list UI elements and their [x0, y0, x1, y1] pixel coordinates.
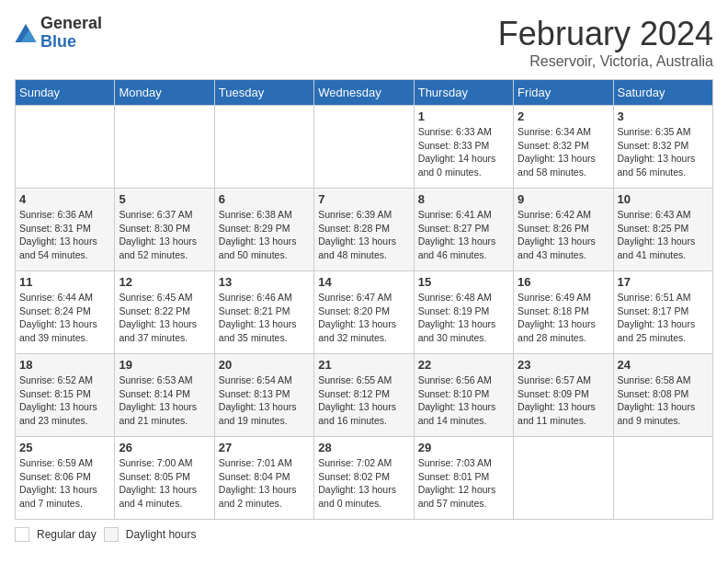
logo-icon	[15, 24, 37, 42]
day-info: Sunrise: 7:01 AMSunset: 8:04 PMDaylight:…	[219, 456, 310, 511]
day-number: 3	[618, 109, 709, 123]
day-info: Sunrise: 6:33 AMSunset: 8:33 PMDaylight:…	[418, 125, 509, 179]
day-info: Sunrise: 6:39 AMSunset: 8:28 PMDaylight:…	[318, 208, 409, 262]
calendar-cell	[613, 437, 712, 520]
calendar-cell: 14Sunrise: 6:47 AMSunset: 8:20 PMDayligh…	[314, 271, 414, 354]
calendar-cell: 20Sunrise: 6:54 AMSunset: 8:13 PMDayligh…	[214, 354, 313, 437]
calendar-cell: 26Sunrise: 7:00 AMSunset: 8:05 PMDayligh…	[115, 437, 214, 520]
month-title: February 2024	[498, 15, 713, 53]
weekday-header-friday: Friday	[514, 80, 613, 106]
legend-gray-label: Daylight hours	[126, 528, 197, 541]
day-number: 24	[618, 358, 709, 372]
day-number: 5	[119, 192, 210, 206]
day-info: Sunrise: 6:44 AMSunset: 8:24 PMDaylight:…	[19, 291, 110, 345]
day-info: Sunrise: 6:38 AMSunset: 8:29 PMDaylight:…	[219, 208, 310, 262]
day-info: Sunrise: 6:51 AMSunset: 8:17 PMDaylight:…	[618, 291, 709, 345]
calendar-cell: 8Sunrise: 6:41 AMSunset: 8:27 PMDaylight…	[414, 189, 513, 271]
day-number: 23	[518, 358, 609, 372]
day-info: Sunrise: 6:42 AMSunset: 8:26 PMDaylight:…	[518, 208, 609, 262]
calendar-cell: 9Sunrise: 6:42 AMSunset: 8:26 PMDaylight…	[514, 189, 613, 271]
calendar-cell: 29Sunrise: 7:03 AMSunset: 8:01 PMDayligh…	[414, 437, 513, 520]
calendar-cell	[16, 106, 115, 189]
weekday-header-wednesday: Wednesday	[314, 80, 414, 106]
legend: Regular day Daylight hours	[15, 527, 713, 542]
day-info: Sunrise: 7:02 AMSunset: 8:02 PMDaylight:…	[318, 456, 409, 511]
calendar-cell: 11Sunrise: 6:44 AMSunset: 8:24 PMDayligh…	[16, 271, 115, 354]
day-info: Sunrise: 6:48 AMSunset: 8:19 PMDaylight:…	[418, 291, 509, 345]
day-number: 20	[219, 358, 310, 372]
calendar-cell: 13Sunrise: 6:46 AMSunset: 8:21 PMDayligh…	[214, 271, 313, 354]
day-number: 25	[19, 441, 110, 454]
calendar-cell: 6Sunrise: 6:38 AMSunset: 8:29 PMDaylight…	[214, 189, 313, 271]
day-info: Sunrise: 7:00 AMSunset: 8:05 PMDaylight:…	[119, 456, 210, 511]
calendar-table: SundayMondayTuesdayWednesdayThursdayFrid…	[15, 79, 713, 520]
day-number: 7	[318, 192, 409, 206]
calendar-cell: 3Sunrise: 6:35 AMSunset: 8:32 PMDaylight…	[613, 106, 712, 189]
day-number: 29	[418, 441, 509, 454]
day-info: Sunrise: 6:36 AMSunset: 8:31 PMDaylight:…	[19, 208, 110, 262]
calendar-cell	[514, 437, 613, 520]
calendar-cell: 2Sunrise: 6:34 AMSunset: 8:32 PMDaylight…	[514, 106, 613, 189]
day-info: Sunrise: 6:56 AMSunset: 8:10 PMDaylight:…	[418, 373, 509, 428]
day-number: 8	[418, 192, 509, 206]
weekday-header-thursday: Thursday	[414, 80, 513, 106]
day-info: Sunrise: 6:54 AMSunset: 8:13 PMDaylight:…	[219, 373, 310, 428]
logo-blue-text: Blue	[40, 33, 102, 52]
weekday-header-saturday: Saturday	[613, 80, 712, 106]
legend-white-label: Regular day	[37, 528, 97, 541]
day-number: 13	[219, 275, 310, 289]
calendar-cell: 15Sunrise: 6:48 AMSunset: 8:19 PMDayligh…	[414, 271, 513, 354]
weekday-header-sunday: Sunday	[16, 80, 115, 106]
day-info: Sunrise: 6:47 AMSunset: 8:20 PMDaylight:…	[318, 291, 409, 345]
day-number: 2	[518, 109, 609, 123]
calendar-cell: 24Sunrise: 6:58 AMSunset: 8:08 PMDayligh…	[613, 354, 712, 437]
calendar-cell: 4Sunrise: 6:36 AMSunset: 8:31 PMDaylight…	[16, 189, 115, 271]
day-info: Sunrise: 6:55 AMSunset: 8:12 PMDaylight:…	[318, 373, 409, 428]
calendar-cell: 19Sunrise: 6:53 AMSunset: 8:14 PMDayligh…	[115, 354, 214, 437]
title-section: February 2024 Reservoir, Victoria, Austr…	[498, 15, 713, 70]
calendar-cell: 16Sunrise: 6:49 AMSunset: 8:18 PMDayligh…	[514, 271, 613, 354]
day-number: 15	[418, 275, 509, 289]
calendar-cell: 21Sunrise: 6:55 AMSunset: 8:12 PMDayligh…	[314, 354, 414, 437]
day-number: 22	[418, 358, 509, 372]
day-info: Sunrise: 6:34 AMSunset: 8:32 PMDaylight:…	[518, 125, 609, 179]
day-info: Sunrise: 6:49 AMSunset: 8:18 PMDaylight:…	[518, 291, 609, 345]
day-info: Sunrise: 6:57 AMSunset: 8:09 PMDaylight:…	[518, 373, 609, 428]
day-number: 12	[119, 275, 210, 289]
day-info: Sunrise: 6:58 AMSunset: 8:08 PMDaylight:…	[618, 373, 709, 428]
day-number: 11	[19, 275, 110, 289]
day-info: Sunrise: 6:43 AMSunset: 8:25 PMDaylight:…	[618, 208, 709, 262]
location-title: Reservoir, Victoria, Australia	[498, 53, 713, 70]
day-number: 18	[19, 358, 110, 372]
day-info: Sunrise: 6:53 AMSunset: 8:14 PMDaylight:…	[119, 373, 210, 428]
legend-white-box	[15, 527, 29, 542]
logo-general-text: General	[40, 15, 102, 33]
weekday-header-monday: Monday	[115, 80, 214, 106]
day-number: 21	[318, 358, 409, 372]
calendar-cell: 10Sunrise: 6:43 AMSunset: 8:25 PMDayligh…	[613, 189, 712, 271]
calendar-cell: 1Sunrise: 6:33 AMSunset: 8:33 PMDaylight…	[414, 106, 513, 189]
day-info: Sunrise: 6:46 AMSunset: 8:21 PMDaylight:…	[219, 291, 310, 345]
legend-gray-box	[104, 527, 119, 542]
day-info: Sunrise: 7:03 AMSunset: 8:01 PMDaylight:…	[418, 456, 509, 511]
calendar-cell: 7Sunrise: 6:39 AMSunset: 8:28 PMDaylight…	[314, 189, 414, 271]
calendar-cell: 18Sunrise: 6:52 AMSunset: 8:15 PMDayligh…	[16, 354, 115, 437]
day-number: 28	[318, 441, 409, 454]
calendar-cell	[214, 106, 313, 189]
day-number: 17	[618, 275, 709, 289]
day-number: 10	[618, 192, 709, 206]
day-info: Sunrise: 6:37 AMSunset: 8:30 PMDaylight:…	[119, 208, 210, 262]
day-info: Sunrise: 6:52 AMSunset: 8:15 PMDaylight:…	[19, 373, 110, 428]
calendar-cell: 17Sunrise: 6:51 AMSunset: 8:17 PMDayligh…	[613, 271, 712, 354]
day-info: Sunrise: 6:59 AMSunset: 8:06 PMDaylight:…	[19, 456, 110, 511]
logo: General Blue	[15, 15, 102, 52]
day-number: 16	[518, 275, 609, 289]
day-number: 27	[219, 441, 310, 454]
calendar-cell: 12Sunrise: 6:45 AMSunset: 8:22 PMDayligh…	[115, 271, 214, 354]
calendar-cell: 5Sunrise: 6:37 AMSunset: 8:30 PMDaylight…	[115, 189, 214, 271]
calendar-cell: 27Sunrise: 7:01 AMSunset: 8:04 PMDayligh…	[214, 437, 313, 520]
day-number: 6	[219, 192, 310, 206]
day-number: 26	[119, 441, 210, 454]
weekday-header-tuesday: Tuesday	[214, 80, 313, 106]
calendar-cell	[115, 106, 214, 189]
